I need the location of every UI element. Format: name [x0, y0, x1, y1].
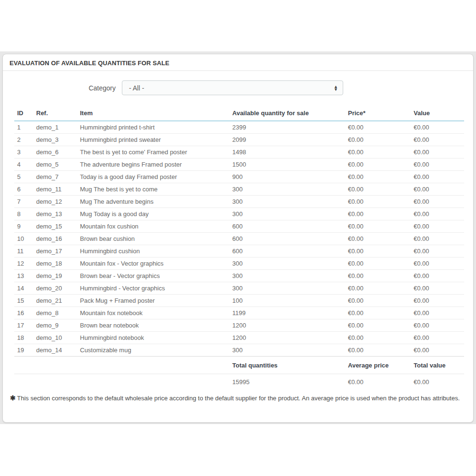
table-cell: 8 — [14, 208, 33, 220]
table-row: 4demo_5The adventure begins Framed poste… — [14, 159, 464, 171]
totals-value-label: Total value — [411, 357, 464, 374]
category-filter-row: Category - All - ▲▼ — [3, 80, 473, 95]
table-cell: 14 — [14, 282, 33, 295]
table-cell: 17 — [14, 319, 33, 332]
table-cell: Pack Mug + Framed poster — [77, 295, 229, 307]
table-cell: 300 — [229, 196, 345, 208]
table-cell: 600 — [229, 233, 345, 245]
table-cell: demo_6 — [33, 146, 77, 159]
table-cell: Mountain fox - Vector graphics — [77, 258, 229, 270]
table-cell: €0.00 — [345, 233, 411, 245]
table-cell: €0.00 — [411, 121, 464, 134]
table-cell: €0.00 — [411, 270, 464, 282]
table-cell: €0.00 — [345, 208, 411, 220]
table-cell: 100 — [229, 295, 345, 307]
column-header: Item — [77, 106, 229, 121]
table-row: 17demo_9Brown bear notebook1200€0.00€0.0… — [14, 319, 464, 332]
table-row: 1demo_1Hummingbird printed t-shirt2399€0… — [14, 121, 464, 134]
table-cell: €0.00 — [411, 159, 464, 171]
table-row: 9demo_15Mountain fox cushion600€0.00€0.0… — [14, 220, 464, 233]
table-cell: The adventure begins Framed poster — [77, 159, 229, 171]
table-cell: €0.00 — [411, 183, 464, 196]
table-cell: €0.00 — [345, 121, 411, 134]
table-cell: demo_8 — [33, 307, 77, 319]
table-cell: €0.00 — [345, 307, 411, 319]
table-cell: 1 — [14, 121, 33, 134]
table-cell: €0.00 — [345, 134, 411, 146]
table-cell: €0.00 — [411, 332, 464, 344]
table-cell: 900 — [229, 171, 345, 183]
table-cell: demo_12 — [33, 196, 77, 208]
table-cell: €0.00 — [345, 159, 411, 171]
table-cell: €0.00 — [411, 307, 464, 319]
table-cell: 9 — [14, 220, 33, 233]
table-row: 14demo_20Hummingbird - Vector graphics30… — [14, 282, 464, 295]
table-cell: demo_10 — [33, 332, 77, 344]
table-cell: 300 — [229, 258, 345, 270]
table-cell: demo_5 — [33, 159, 77, 171]
table-cell: €0.00 — [345, 183, 411, 196]
table-row: 16demo_8Mountain fox notebook1199€0.00€0… — [14, 307, 464, 319]
table-cell: demo_18 — [33, 258, 77, 270]
table-cell: €0.00 — [411, 196, 464, 208]
table-cell: 300 — [229, 344, 345, 357]
total-quantities-value: 15995 — [229, 374, 345, 390]
table-cell: €0.00 — [411, 146, 464, 159]
table-cell: 10 — [14, 233, 33, 245]
category-selected-value: - All - — [129, 84, 334, 92]
totals-quantities-label: Total quantities — [229, 357, 345, 374]
table-cell: 15 — [14, 295, 33, 307]
column-header: ID — [14, 106, 33, 121]
table-cell: 13 — [14, 270, 33, 282]
table-cell: €0.00 — [411, 282, 464, 295]
table-cell: €0.00 — [345, 344, 411, 357]
column-header: Ref. — [33, 106, 77, 121]
table-cell: €0.00 — [411, 344, 464, 357]
column-header: Value — [411, 106, 464, 121]
table-cell: demo_3 — [33, 134, 77, 146]
table-cell: 7 — [14, 196, 33, 208]
table-cell: 300 — [229, 270, 345, 282]
table-cell: Mug The best is yet to come — [77, 183, 229, 196]
select-updown-arrow-icon: ▲▼ — [334, 85, 338, 91]
table-cell: demo_17 — [33, 245, 77, 258]
table-cell: 18 — [14, 332, 33, 344]
totals-header-row: Total quantities Average price Total val… — [14, 357, 464, 374]
quantities-table: IDRef.ItemAvailable quantity for salePri… — [14, 106, 464, 389]
table-cell: demo_1 — [33, 121, 77, 134]
total-value-value: €0.00 — [411, 374, 464, 390]
table-row: 18demo_10Hummingbird notebook1200€0.00€0… — [14, 332, 464, 344]
table-row: 12demo_18Mountain fox - Vector graphics3… — [14, 258, 464, 270]
table-cell: €0.00 — [411, 295, 464, 307]
table-row: 11demo_17Hummingbird cushion600€0.00€0.0… — [14, 245, 464, 258]
table-row: 2demo_3Hummingbird printed sweater2099€0… — [14, 134, 464, 146]
category-select[interactable]: - All - ▲▼ — [122, 80, 343, 95]
table-cell: 2 — [14, 134, 33, 146]
average-price-value: €0.00 — [345, 374, 411, 390]
column-header: Available quantity for sale — [229, 106, 345, 121]
table-cell: €0.00 — [345, 319, 411, 332]
table-cell: Hummingbird printed t-shirt — [77, 121, 229, 134]
table-cell: €0.00 — [345, 196, 411, 208]
column-header: Price* — [345, 106, 411, 121]
table-cell: €0.00 — [345, 258, 411, 270]
table-cell: 19 — [14, 344, 33, 357]
table-cell: 3 — [14, 146, 33, 159]
table-cell: Hummingbird cushion — [77, 245, 229, 258]
table-cell: €0.00 — [411, 233, 464, 245]
table-cell: Brown bear cushion — [77, 233, 229, 245]
table-cell: €0.00 — [345, 146, 411, 159]
table-cell: 300 — [229, 208, 345, 220]
table-row: 10demo_16Brown bear cushion600€0.00€0.00 — [14, 233, 464, 245]
table-cell: Brown bear - Vector graphics — [77, 270, 229, 282]
table-cell: Mountain fox cushion — [77, 220, 229, 233]
evaluation-panel: EVALUATION OF AVAILABLE QUANTITIES FOR S… — [2, 54, 474, 423]
footnote-text: This section corresponds to the default … — [17, 395, 460, 402]
table-cell: Hummingbird notebook — [77, 332, 229, 344]
table-cell: Mug Today is a good day — [77, 208, 229, 220]
table-cell: €0.00 — [345, 270, 411, 282]
table-cell: 1200 — [229, 332, 345, 344]
table-cell: 2399 — [229, 121, 345, 134]
table-cell: €0.00 — [411, 134, 464, 146]
table-cell: demo_7 — [33, 171, 77, 183]
